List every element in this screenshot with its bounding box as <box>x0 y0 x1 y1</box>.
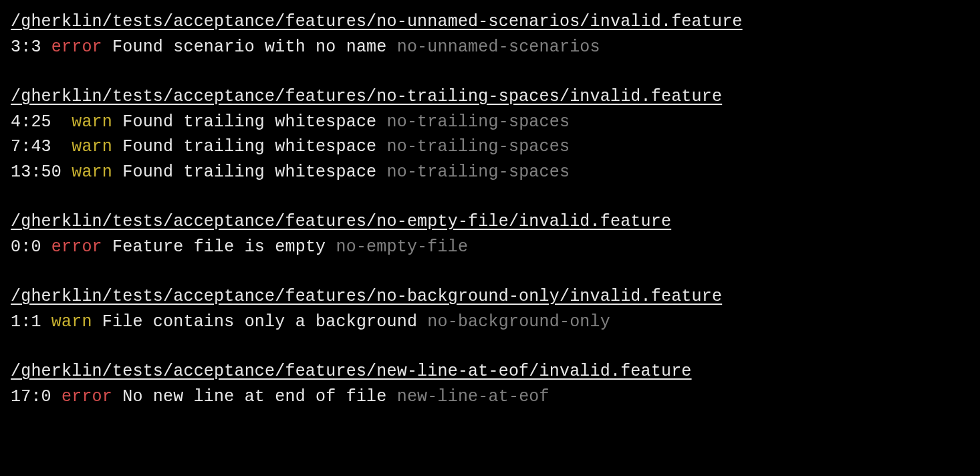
file-path-text: /gherklin/tests/acceptance/features/new-… <box>11 362 692 381</box>
rule-name: no-trailing-spaces <box>387 137 570 156</box>
issue-message: No new line at end of file <box>122 387 386 406</box>
file-path-text: /gherklin/tests/acceptance/features/no-u… <box>11 12 743 31</box>
file-path: /gherklin/tests/acceptance/features/new-… <box>11 359 969 384</box>
file-path: /gherklin/tests/acceptance/features/no-u… <box>11 9 969 35</box>
rule-name: no-background-only <box>427 312 610 332</box>
file-path-text: /gherklin/tests/acceptance/features/no-t… <box>11 87 722 106</box>
file-path: /gherklin/tests/acceptance/features/no-b… <box>11 284 969 310</box>
rule-name: no-unnamed-scenarios <box>397 37 600 57</box>
rule-name: no-empty-file <box>336 237 469 257</box>
severity: error <box>51 37 102 57</box>
rule-name: no-trailing-spaces <box>387 162 570 182</box>
line-column: 0:0 <box>11 237 41 257</box>
lint-group: /gherklin/tests/acceptance/features/no-t… <box>11 84 969 185</box>
line-column: 4:25 <box>11 112 62 132</box>
rule-name: no-trailing-spaces <box>387 112 570 132</box>
lint-issue: 17:0 error No new line at end of file ne… <box>11 384 969 410</box>
file-path-text: /gherklin/tests/acceptance/features/no-b… <box>11 287 722 306</box>
lint-group: /gherklin/tests/acceptance/features/new-… <box>11 359 969 409</box>
severity: error <box>62 387 112 406</box>
lint-group: /gherklin/tests/acceptance/features/no-u… <box>11 9 969 60</box>
line-column: 17:0 <box>11 387 51 406</box>
issue-message: File contains only a background <box>102 312 417 332</box>
line-column: 1:1 <box>11 312 41 332</box>
file-path: /gherklin/tests/acceptance/features/no-e… <box>11 209 969 235</box>
file-path-text: /gherklin/tests/acceptance/features/no-e… <box>11 212 671 231</box>
rule-name: new-line-at-eof <box>397 387 549 406</box>
severity: warn <box>72 162 112 182</box>
issue-message: Found trailing whitespace <box>122 137 376 156</box>
lint-group: /gherklin/tests/acceptance/features/no-b… <box>11 284 969 334</box>
lint-issue: 3:3 error Found scenario with no name no… <box>11 35 969 60</box>
issue-message: Found trailing whitespace <box>122 162 376 182</box>
issue-message: Found trailing whitespace <box>122 112 376 132</box>
lint-group: /gherklin/tests/acceptance/features/no-e… <box>11 209 969 259</box>
severity: warn <box>72 112 112 132</box>
issue-message: Found scenario with no name <box>112 37 386 57</box>
lint-issue: 0:0 error Feature file is empty no-empty… <box>11 235 969 260</box>
severity: error <box>51 237 102 257</box>
severity: warn <box>51 312 92 332</box>
issue-message: Feature file is empty <box>112 237 326 257</box>
terminal-output: /gherklin/tests/acceptance/features/no-u… <box>11 9 969 409</box>
line-column: 13:50 <box>11 162 62 182</box>
file-path: /gherklin/tests/acceptance/features/no-t… <box>11 84 969 110</box>
lint-issue: 13:50 warn Found trailing whitespace no-… <box>11 160 969 185</box>
lint-issue: 7:43 warn Found trailing whitespace no-t… <box>11 134 969 160</box>
lint-issue: 4:25 warn Found trailing whitespace no-t… <box>11 110 969 135</box>
severity: warn <box>72 137 112 156</box>
line-column: 3:3 <box>11 37 41 57</box>
lint-issue: 1:1 warn File contains only a background… <box>11 310 969 335</box>
line-column: 7:43 <box>11 137 62 156</box>
